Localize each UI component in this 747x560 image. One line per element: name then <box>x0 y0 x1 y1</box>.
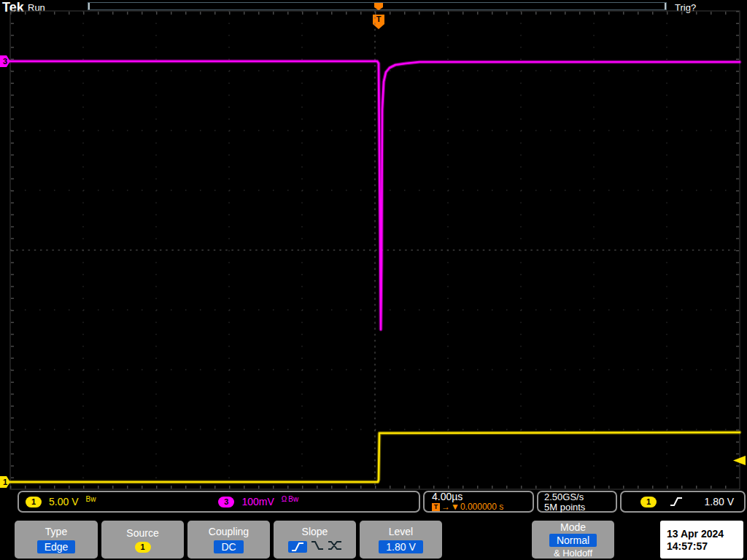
acquisition-readout-box: 2.50GS/s 5M points <box>537 491 617 513</box>
sample-rate-readout: 2.50GS/s <box>544 491 584 502</box>
trigger-level-readout: 1.80 V <box>705 496 734 508</box>
acquisition-status: Run <box>28 2 45 13</box>
trigger-position-readout: 0.000000 s <box>460 502 503 512</box>
trigger-level-button[interactable]: Level 1.80 V <box>360 521 442 559</box>
trigger-t-icon: T <box>373 15 384 24</box>
type-value[interactable]: Edge <box>37 540 76 553</box>
mode-label: Mode <box>560 521 586 533</box>
source-channel-badge[interactable]: 1 <box>135 542 151 553</box>
slope-falling-icon[interactable] <box>311 540 324 553</box>
ch3-ground-marker: 3 <box>0 55 10 67</box>
trigger-t-mini-icon: T <box>432 503 440 511</box>
coupling-value[interactable]: DC <box>214 540 243 553</box>
rising-slope-icon <box>670 497 683 507</box>
ch1-badge-label: 1 <box>31 497 36 506</box>
trigger-mode-button[interactable]: Mode Normal & Holdoff <box>532 521 614 559</box>
ch1-ground-label: 1 <box>3 478 7 486</box>
ch3-impedance-icon: Ω <box>282 495 287 503</box>
time-readout: 14:57:57 <box>667 540 708 552</box>
record-view-bar <box>88 2 667 10</box>
trigger-level-marker <box>733 456 746 465</box>
trigger-coupling-button[interactable]: Coupling DC <box>187 521 270 559</box>
trigger-position-marker: T <box>373 15 384 29</box>
mode-value[interactable]: Normal <box>549 534 597 547</box>
trigger-readout-box: 1 1.80 V <box>620 491 746 513</box>
ch3-ground-label: 3 <box>3 57 7 66</box>
tek-logo: Tek <box>2 0 24 15</box>
ch3-badge: 3 <box>218 497 234 508</box>
ch3-badge-label: 3 <box>224 497 228 506</box>
coupling-label: Coupling <box>209 526 249 537</box>
type-label: Type <box>45 526 67 537</box>
trigger-source-label: 1 <box>646 497 651 506</box>
source-channel-label: 1 <box>140 542 144 551</box>
slope-rising-icon[interactable] <box>288 541 307 553</box>
timebase-readout: 4.00µs <box>432 491 462 502</box>
ch1-scale: 5.00 V <box>49 496 78 508</box>
record-length-readout: 5M points <box>544 502 585 512</box>
source-label: Source <box>126 527 158 539</box>
date-readout: 13 Apr 2024 <box>667 528 724 540</box>
trigger-slope-button[interactable]: Slope <box>274 521 356 559</box>
trigger-ref-icon: ▼ <box>451 502 460 512</box>
level-label: Level <box>389 526 413 537</box>
trigger-arrow-icon: → <box>441 502 450 512</box>
trigger-type-button[interactable]: Type Edge <box>15 521 98 559</box>
ch3-bandwidth-icon: Bw <box>288 495 298 503</box>
trigger-source-badge: 1 <box>640 497 657 508</box>
ch3-scale: 100mV <box>241 496 274 508</box>
ch1-bandwidth-icon: Bw <box>85 495 96 503</box>
mode-holdoff-label: & Holdoff <box>554 548 592 559</box>
ch1-ground-marker: 1 <box>0 476 10 488</box>
trigger-position-mini-marker <box>374 3 383 10</box>
slope-label: Slope <box>302 526 328 537</box>
level-value[interactable]: 1.80 V <box>379 540 422 553</box>
waveform-display <box>0 0 747 560</box>
datetime-box: 13 Apr 2024 14:57:57 <box>660 521 743 559</box>
horizontal-readout-box: 4.00µs T → ▼ 0.000000 s <box>423 491 534 513</box>
channel-readout-box: 1 5.00 V Bw 3 100mV Ω Bw <box>18 491 420 513</box>
ch1-badge: 1 <box>26 497 42 508</box>
slope-either-icon[interactable] <box>328 540 342 553</box>
trigger-status: Trig? <box>675 2 696 13</box>
trigger-source-button[interactable]: Source 1 <box>101 521 184 559</box>
